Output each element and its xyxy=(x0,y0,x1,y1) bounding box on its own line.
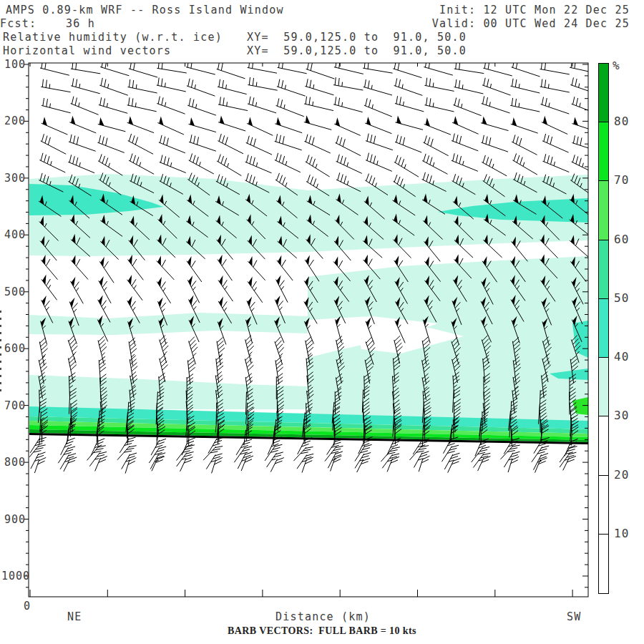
colorbar-segment xyxy=(599,299,608,358)
colorbar-label-30: 30 xyxy=(614,409,629,422)
colorbar-label-70: 70 xyxy=(614,173,629,187)
colorbar-label-10: 10 xyxy=(614,527,629,540)
colorbar xyxy=(598,63,609,594)
colorbar-segment xyxy=(599,122,608,181)
colorbar-segment xyxy=(599,476,608,535)
x-tick-origin: 0 xyxy=(24,600,31,613)
y-tick-label-700: 700 xyxy=(1,399,26,412)
colorbar-segment xyxy=(599,358,608,416)
y-tick-label-900: 900 xyxy=(1,513,26,526)
colorbar-unit: % xyxy=(613,59,620,72)
colorbar-label-50: 50 xyxy=(614,291,629,305)
cross-section-plot xyxy=(0,0,644,644)
colorbar-label-40: 40 xyxy=(614,350,629,364)
y-tick-label-600: 600 xyxy=(1,342,26,355)
colorbar-segment xyxy=(599,535,608,593)
y-tick-label-400: 400 xyxy=(1,228,26,241)
x-end-sw: SW xyxy=(567,610,581,623)
y-tick-label-800: 800 xyxy=(1,456,26,469)
colorbar-segment xyxy=(599,416,608,475)
colorbar-label-20: 20 xyxy=(614,468,629,482)
y-tick-label-200: 200 xyxy=(1,114,26,127)
barb-legend: BARB VECTORS: FULL BARB = 10 kts xyxy=(228,625,416,637)
x-axis-title: Distance (km) xyxy=(275,610,371,623)
y-tick-label-500: 500 xyxy=(1,286,26,298)
x-end-ne: NE xyxy=(67,610,82,623)
colorbar-segment xyxy=(599,64,608,122)
y-tick-label-100: 100 xyxy=(1,58,26,71)
colorbar-segment xyxy=(599,181,608,240)
colorbar-segment xyxy=(599,240,608,299)
y-tick-label-1000: 1000 xyxy=(1,570,26,582)
colorbar-label-60: 60 xyxy=(614,233,629,246)
colorbar-label-80: 80 xyxy=(614,114,629,128)
y-tick-label-300: 300 xyxy=(1,172,26,185)
